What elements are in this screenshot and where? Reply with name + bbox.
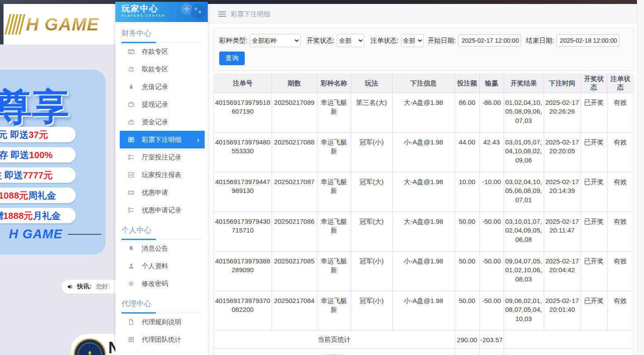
cell-order-status: 有效 <box>607 93 633 133</box>
news-icon <box>128 336 135 343</box>
deposit-card-icon <box>128 48 135 55</box>
cell-play: 冠军(小) <box>351 133 392 172</box>
sidebar-item[interactable]: 取款专区 <box>115 60 208 78</box>
cell-play: 第三名(大) <box>351 93 392 133</box>
cell-time: 2025-02-17 20:14:39 <box>544 172 581 212</box>
column-header: 下注信息 <box>392 74 455 93</box>
cell-order-status: 有效 <box>607 251 633 291</box>
search-button[interactable]: 查询 <box>219 52 245 65</box>
user-icon <box>128 263 135 270</box>
menu-icon[interactable] <box>218 11 226 17</box>
sidebar-item[interactable]: 消息公告 <box>115 240 208 257</box>
main-content: 彩票下注明细 彩种类型: 全部彩种 开奖状态: 全部 注单状态: 全部 开始日期… <box>208 4 637 355</box>
draw-status-select[interactable]: 全部 <box>337 34 364 47</box>
end-date-input[interactable] <box>556 34 619 47</box>
cell-winloss: -86.00 <box>479 93 504 133</box>
sidebar-item[interactable]: 提现记录 <box>115 96 208 113</box>
sidebar-item-label: 厅室投注记录 <box>142 153 181 162</box>
bet-table-card: 注单号期数彩种名称玩法下注信息投注额输赢开奖结果下注时间开奖状态注单状态 401… <box>213 74 634 355</box>
sidebar-item[interactable]: 修改密码 <box>115 275 208 292</box>
background-page: H GAME 尊尊享 60元 即送37元P首存 即送100%设注 即送7777元… <box>0 4 115 355</box>
cell-order-status: 有效 <box>607 291 633 331</box>
purse-icon <box>128 118 135 126</box>
page-edge-strip <box>0 4 4 44</box>
scrollbar[interactable] <box>637 0 644 355</box>
cell-draw-status: 已开奖 <box>581 93 607 133</box>
order-status-select[interactable]: 全部 <box>401 34 424 47</box>
withdraw-hand-icon <box>128 66 135 73</box>
column-header: 期数 <box>272 74 317 93</box>
filter-panel: 彩种类型: 全部彩种 开奖状态: 全部 注单状态: 全部 开始日期: 结束日期:… <box>213 28 634 71</box>
start-date-input[interactable] <box>458 34 521 47</box>
sidebar-item[interactable]: 资金记录 <box>115 113 208 131</box>
sidebar-item[interactable]: 代理规则说明 <box>115 313 208 331</box>
cell-result: 09,06,02,01,08,07,05,04,10,03 <box>504 291 544 331</box>
table-row: 40156917397944798913020250217087幸运飞艇新冠军(… <box>214 172 633 212</box>
sidebar-item-label: 优惠申请记录 <box>142 206 181 214</box>
cell-play: 冠军(大) <box>351 212 392 251</box>
promo-pill: 60元 即送37元 <box>0 127 76 142</box>
cell-amount: 50.00 <box>455 251 479 291</box>
promo-banner[interactable]: 尊尊享 60元 即送37元P首存 即送100%设注 即送7777元加赠1088元… <box>0 70 106 255</box>
total-summary-label: 总统计 <box>214 349 455 355</box>
sidebar-item[interactable]: 优惠申请 <box>115 184 208 201</box>
gamepad-icon <box>175 2 206 22</box>
table-body: 40156917397951860719020250217089幸运飞艇新第三名… <box>214 93 633 331</box>
cell-bet-info: 小-A盘@1.98 <box>392 291 455 331</box>
bell-icon <box>128 245 135 252</box>
page-summary-bet: 290.00 <box>455 331 479 349</box>
promo-pills: 60元 即送37元P首存 即送100%设注 即送7777元加赠1088元周礼金元… <box>0 127 106 228</box>
cell-period: 20250217087 <box>272 172 317 212</box>
hall-record-icon <box>128 154 135 161</box>
sidebar-item[interactable]: 充值记录 <box>115 78 208 96</box>
sidebar-item[interactable]: 厅室投注记录 <box>115 148 208 166</box>
promo-pill: P首存 即送100% <box>0 147 76 163</box>
sidebar-item[interactable]: 彩票下注明细› <box>120 131 205 148</box>
doc-icon <box>128 318 135 325</box>
cell-time: 2025-02-17 20:26:26 <box>544 93 581 133</box>
cell-amount: 50.00 <box>455 291 479 331</box>
cell-lottery: 幸运飞艇新 <box>317 93 351 133</box>
sidebar-item[interactable]: 玩家投注报表 <box>115 166 208 184</box>
table-row: 40156917397951860719020250217089幸运飞艇新第三名… <box>214 93 633 133</box>
cell-draw-status: 已开奖 <box>581 172 607 212</box>
table-row: 40156917397938828909020250217085幸运飞艇新冠军(… <box>214 251 633 291</box>
column-header: 下注时间 <box>544 74 581 93</box>
news-ticker[interactable]: 快讯: 您好: <box>62 280 115 294</box>
cell-bet-info: 大-A盘@1.98 <box>392 93 455 133</box>
promo-pill: 元加赠1888元月礼金 <box>0 208 76 223</box>
page-title: 彩票下注明细 <box>231 10 270 18</box>
cell-result: 03,01,05,07,04,10,08,02,09,06 <box>504 133 544 172</box>
browser-top-bar <box>0 0 644 4</box>
cell-order-status: 有效 <box>607 133 633 172</box>
promo-headline: 尊尊享 <box>0 82 69 132</box>
cell-order-id: 401569173979518607190 <box>214 93 272 133</box>
cell-winloss: -50.00 <box>479 291 504 331</box>
sidebar-item[interactable]: 优惠申请记录 <box>115 201 208 219</box>
partial-brand-letter: N <box>108 339 115 355</box>
end-date-label: 结束日期: <box>526 37 554 45</box>
cell-order-id: 401569173979430715710 <box>214 212 272 251</box>
recharge-moneybag-icon <box>128 83 135 90</box>
sidebar-item-label: 取款专区 <box>142 65 168 74</box>
cell-time: 2025-02-17 20:04:42 <box>544 251 581 291</box>
column-header: 注单号 <box>214 74 272 93</box>
site-logo-bar: H GAME <box>0 4 115 44</box>
site-logo[interactable]: H GAME <box>7 14 99 34</box>
column-header: 开奖结果 <box>504 74 544 93</box>
cell-winloss: -10.00 <box>479 172 504 212</box>
table-row: 40156917397937008220020250217084幸运飞艇新冠军(… <box>214 291 633 331</box>
sidebar-item-label: 充值记录 <box>142 83 168 91</box>
cell-lottery: 幸运飞艇新 <box>317 172 351 212</box>
content-header: 彩票下注明细 <box>208 4 637 24</box>
cell-period: 20250217085 <box>272 251 317 291</box>
sidebar-item-label: 资金记录 <box>142 118 168 126</box>
cell-result: 03,10,01,07,02,04,09,05,06,08 <box>504 212 544 251</box>
sidebar-item[interactable]: 存款专区 <box>115 43 208 60</box>
sidebar-header: 玩家中心 PLAYERS CENTER <box>115 2 208 22</box>
sidebar-item[interactable]: 代理团队统计 <box>115 331 208 348</box>
cell-period: 20250217088 <box>272 133 317 172</box>
lottery-type-select[interactable]: 全部彩种 <box>250 34 301 47</box>
cell-play: 冠军(小) <box>351 291 392 331</box>
sidebar-item[interactable]: 个人资料 <box>115 257 208 275</box>
